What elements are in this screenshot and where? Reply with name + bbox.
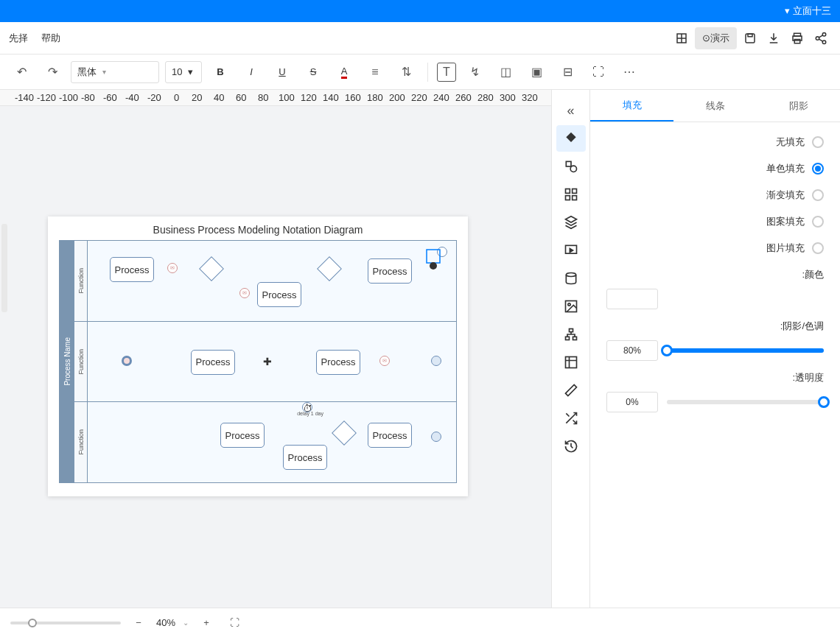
svg-rect-16: [572, 196, 576, 200]
shape-back-icon[interactable]: ◫: [493, 60, 518, 85]
svg-rect-23: [573, 337, 576, 339]
lane-1-title: Function: [74, 241, 88, 321]
fullscreen-icon[interactable]: ⛶: [224, 613, 245, 633]
process-box[interactable]: Process: [368, 423, 412, 448]
process-box[interactable]: Process: [283, 445, 327, 470]
font-color-icon[interactable]: A: [332, 60, 357, 85]
shadow-value[interactable]: 80%: [606, 340, 658, 361]
lane-1[interactable]: Function Process Process ✉ ✉ Process: [74, 241, 456, 322]
scrollbar-vertical[interactable]: [1, 224, 7, 312]
doc-title[interactable]: 立面十三 ▾: [785, 4, 831, 18]
ruler-tool-icon[interactable]: [556, 377, 586, 404]
align-obj-icon[interactable]: ⊟: [555, 60, 580, 85]
diagram-page[interactable]: Business Process Modeling Notation Diagr…: [48, 217, 468, 496]
redo-icon[interactable]: ↷: [40, 60, 65, 85]
opacity-slider[interactable]: [667, 400, 824, 404]
titlebar: 立面十三 ▾: [0, 0, 840, 22]
start-event[interactable]: [437, 247, 447, 257]
zoom-in-icon[interactable]: +: [196, 613, 217, 633]
print-icon[interactable]: [787, 28, 808, 49]
start-event[interactable]: [431, 356, 441, 366]
image-icon[interactable]: [556, 293, 586, 320]
lane-3[interactable]: Function Process delay 1 day ⏱ Process P…: [74, 402, 456, 482]
gateway[interactable]: [317, 256, 342, 281]
preview-button[interactable]: 演示⊙: [695, 27, 737, 49]
svg-point-12: [570, 166, 576, 172]
menu-select[interactable]: 先择: [9, 32, 28, 45]
canvas[interactable]: Business Process Modeling Notation Diagr…: [0, 106, 551, 608]
zoom-caret-icon[interactable]: ⌄: [183, 619, 189, 627]
font-size-select[interactable]: 10▾: [165, 61, 202, 83]
lane-2-title: Function: [74, 322, 88, 402]
process-box[interactable]: Process: [257, 282, 301, 307]
lane-2[interactable]: Function Process ✉ ✚ Process: [74, 322, 456, 403]
start-event[interactable]: [431, 432, 441, 442]
diagram-title: Business Process Modeling Notation Diagr…: [48, 217, 468, 240]
shape-front-icon[interactable]: ▣: [524, 60, 549, 85]
gateway[interactable]: [199, 256, 224, 281]
process-box[interactable]: Process: [368, 258, 412, 284]
font-family-select[interactable]: 黑体▾: [71, 61, 159, 83]
present-icon[interactable]: [556, 237, 586, 264]
process-box[interactable]: Process: [220, 423, 265, 448]
italic-icon[interactable]: I: [239, 60, 264, 85]
message-event[interactable]: ✉: [239, 288, 250, 298]
radio-image-fill[interactable]: [812, 242, 824, 254]
zoom-slider[interactable]: [10, 622, 121, 624]
bpmn-pool[interactable]: Process Name Function Process Process ✉: [59, 240, 457, 483]
text-tool-icon[interactable]: T: [437, 63, 456, 82]
database-icon[interactable]: [556, 265, 586, 292]
shadow-slider[interactable]: [667, 348, 824, 353]
pool-title: Process Name: [60, 241, 74, 482]
tab-shadow[interactable]: 阴影: [757, 90, 840, 122]
grid-icon[interactable]: [671, 28, 692, 49]
end-event[interactable]: [122, 356, 132, 366]
strike-icon[interactable]: S: [301, 60, 326, 85]
svg-rect-4: [793, 36, 802, 41]
zoom-out-icon[interactable]: −: [128, 613, 149, 633]
tab-line[interactable]: 线条: [673, 90, 757, 122]
gateway[interactable]: [332, 420, 357, 446]
history-icon[interactable]: [556, 433, 586, 460]
line-spacing-icon[interactable]: ⇅: [393, 60, 419, 85]
message-event[interactable]: ✉: [379, 356, 390, 366]
underline-icon[interactable]: U: [270, 60, 295, 85]
shapes-icon[interactable]: [556, 153, 586, 180]
timer-event[interactable]: ⏱: [302, 402, 312, 412]
radio-gradient-fill[interactable]: [812, 189, 824, 201]
fit-icon[interactable]: ⛶: [586, 60, 611, 85]
process-box[interactable]: Process: [110, 257, 154, 282]
radio-no-fill[interactable]: [812, 136, 824, 148]
radio-pattern-fill[interactable]: [812, 216, 824, 228]
shuffle-icon[interactable]: [556, 405, 586, 432]
fill-tool-icon[interactable]: [556, 125, 586, 152]
process-box[interactable]: Process: [191, 350, 235, 375]
plus-gateway[interactable]: ✚: [263, 356, 272, 367]
svg-rect-8: [677, 34, 686, 43]
bold-icon[interactable]: B: [208, 60, 233, 85]
opacity-value[interactable]: 0%: [606, 392, 658, 412]
download-icon[interactable]: [763, 28, 784, 49]
table-icon[interactable]: [556, 349, 586, 376]
layers-icon[interactable]: [556, 209, 586, 236]
svg-rect-7: [748, 34, 752, 37]
message-event[interactable]: ✉: [167, 263, 178, 273]
align-icon[interactable]: ≡: [363, 60, 388, 85]
color-picker[interactable]: [606, 289, 658, 309]
share-icon[interactable]: [811, 28, 831, 49]
connector-icon[interactable]: ↯: [462, 60, 487, 85]
toolbar-primary: 演示⊙ 帮助 先择: [0, 22, 840, 54]
tab-fill[interactable]: 填充: [590, 90, 673, 122]
process-box[interactable]: Process: [316, 350, 360, 375]
undo-icon[interactable]: ↶: [9, 60, 34, 85]
more-icon[interactable]: ⋯: [617, 60, 642, 85]
hierarchy-icon[interactable]: [556, 321, 586, 348]
svg-rect-19: [565, 301, 576, 312]
svg-rect-6: [746, 34, 755, 43]
menu-help[interactable]: 帮助: [41, 32, 60, 45]
svg-point-2: [822, 41, 826, 44]
collapse-icon[interactable]: «: [556, 97, 586, 124]
radio-solid-fill[interactable]: [812, 163, 824, 175]
save-icon[interactable]: [740, 28, 760, 49]
grid-shapes-icon[interactable]: [556, 181, 586, 208]
